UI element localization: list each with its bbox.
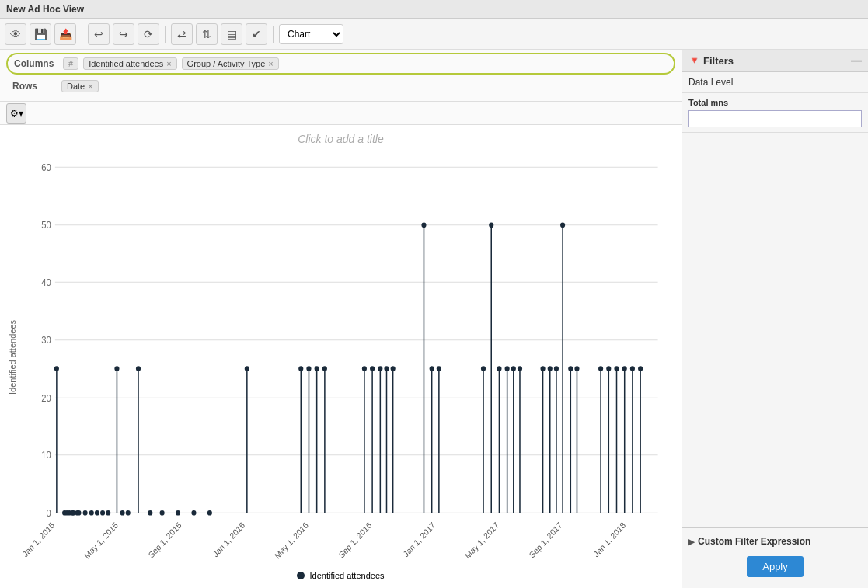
svg-point-101 — [574, 366, 579, 371]
svg-text:50: 50 — [41, 220, 51, 231]
svg-point-119 — [95, 510, 99, 516]
custom-filter-label: Custom Filter Expression — [698, 536, 810, 547]
rows-label: Rows — [12, 81, 55, 92]
filter-columns-section: Total mns — [682, 93, 868, 133]
chart-svg: 0 10 20 30 40 50 60 Jan 1, 2015 — [23, 150, 674, 565]
undo-button[interactable]: ↩ — [88, 23, 110, 45]
window-title: New Ad Hoc View — [6, 4, 84, 15]
filter-button[interactable]: ▤ — [221, 23, 242, 45]
svg-point-91 — [541, 366, 546, 371]
svg-point-79 — [481, 366, 486, 371]
svg-point-73 — [421, 222, 426, 228]
title-bar: New Ad Hoc View — [0, 0, 868, 19]
redo-button[interactable]: ↪ — [113, 23, 134, 45]
svg-point-53 — [245, 366, 249, 371]
svg-point-83 — [497, 366, 501, 371]
columns-inner: Columns # Identified attendees × Group /… — [14, 57, 668, 70]
svg-point-87 — [511, 366, 516, 371]
chart-inner: 0 10 20 30 40 50 60 Jan 1, 2015 — [23, 150, 674, 565]
fields-area: Columns # Identified attendees × Group /… — [0, 50, 682, 102]
app-window: New Ad Hoc View 👁 💾 📤 ↩ ↪ ⟳ ⇄ ⇅ ▤ ✔ Char… — [0, 0, 868, 588]
svg-text:60: 60 — [41, 162, 51, 172]
svg-text:May 1, 2016: May 1, 2016 — [273, 520, 310, 561]
svg-point-57 — [306, 366, 311, 371]
toolbar: 👁 💾 📤 ↩ ↪ ⟳ ⇄ ⇅ ▤ ✔ Chart Table Crosstab — [0, 19, 868, 50]
svg-point-81 — [489, 222, 493, 228]
legend-label: Identified attendees — [309, 571, 384, 580]
data-level-label: Data Level — [688, 77, 733, 88]
svg-point-77 — [437, 366, 441, 371]
svg-point-39 — [126, 510, 131, 516]
chart-legend: Identified attendees — [8, 571, 674, 580]
svg-point-51 — [207, 510, 212, 516]
chip-identified-attendees: Identified attendees × — [83, 57, 176, 70]
reset-button[interactable]: ⟳ — [138, 23, 159, 45]
svg-point-61 — [322, 366, 327, 371]
chart-container: Identified attendees — [8, 150, 674, 565]
custom-filter-header[interactable]: ▶ Custom Filter Expression — [688, 533, 862, 550]
columns-label: Columns — [14, 58, 57, 69]
y-axis-label: Identified attendees — [8, 150, 23, 565]
svg-text:30: 30 — [41, 335, 51, 346]
check-button[interactable]: ✔ — [246, 23, 267, 45]
svg-point-99 — [568, 366, 573, 371]
svg-point-107 — [614, 366, 619, 371]
svg-point-113 — [638, 366, 643, 371]
svg-text:0: 0 — [46, 507, 51, 518]
svg-point-75 — [430, 366, 434, 371]
svg-point-95 — [554, 366, 559, 371]
export-button[interactable]: 📤 — [54, 23, 76, 45]
chip-close-group[interactable]: × — [268, 60, 273, 68]
save-button[interactable]: 💾 — [30, 23, 51, 45]
apply-button[interactable]: Apply — [747, 556, 804, 577]
svg-text:Jan 1, 2018: Jan 1, 2018 — [591, 520, 627, 559]
filter-icon: 🔻 — [688, 55, 700, 66]
svg-point-89 — [518, 366, 522, 371]
filters-header: 🔻 Filters — — [682, 50, 868, 72]
svg-point-63 — [362, 366, 367, 371]
svg-point-97 — [560, 222, 565, 228]
svg-point-121 — [106, 510, 110, 516]
separator-3 — [273, 26, 274, 43]
svg-point-118 — [89, 510, 94, 516]
content-area: Columns # Identified attendees × Group /… — [0, 50, 682, 588]
data-level-row: Data Level — [682, 72, 868, 93]
gear-bar: ⚙▾ — [0, 102, 682, 125]
svg-point-69 — [384, 366, 389, 371]
legend-marker — [297, 572, 305, 579]
chart-settings-button[interactable]: ⚙▾ — [6, 103, 26, 124]
filter-columns-label: Total mns — [688, 98, 862, 107]
svg-point-103 — [598, 366, 603, 371]
svg-point-47 — [176, 510, 180, 516]
svg-point-117 — [83, 510, 88, 516]
svg-point-45 — [160, 510, 165, 516]
svg-text:20: 20 — [41, 392, 51, 403]
svg-point-115 — [70, 510, 75, 516]
svg-text:Jan 1, 2016: Jan 1, 2016 — [211, 520, 246, 559]
filters-collapse-button[interactable]: — — [851, 54, 862, 67]
svg-point-67 — [378, 366, 382, 371]
svg-point-111 — [630, 366, 635, 371]
chart-type-select[interactable]: Chart Table Crosstab — [279, 24, 343, 44]
chip-hash: # — [63, 57, 78, 70]
filters-title: Filters — [703, 55, 734, 67]
svg-point-105 — [606, 366, 611, 371]
svg-point-59 — [315, 366, 319, 371]
preview-button[interactable]: 👁 — [5, 23, 26, 45]
sort-button[interactable]: ⇅ — [196, 23, 218, 45]
right-panel: 🔻 Filters — Data Level Total mns ▶ Custo… — [682, 50, 868, 588]
svg-point-35 — [114, 366, 119, 371]
rows-row: Rows Date × — [6, 75, 675, 98]
svg-text:Sep 1, 2016: Sep 1, 2016 — [336, 520, 373, 560]
filter-input[interactable] — [688, 110, 862, 127]
svg-point-116 — [76, 510, 81, 516]
move-button[interactable]: ⇄ — [171, 23, 193, 45]
main-area: Columns # Identified attendees × Group /… — [0, 50, 868, 588]
chart-title[interactable]: Click to add a title — [8, 133, 674, 145]
chip-close-date[interactable]: × — [88, 82, 92, 91]
svg-point-25 — [54, 366, 59, 371]
svg-point-93 — [548, 366, 553, 371]
chip-close-identified[interactable]: × — [166, 60, 171, 68]
svg-text:Sep 1, 2015: Sep 1, 2015 — [147, 520, 183, 560]
chip-date: Date × — [61, 80, 99, 92]
